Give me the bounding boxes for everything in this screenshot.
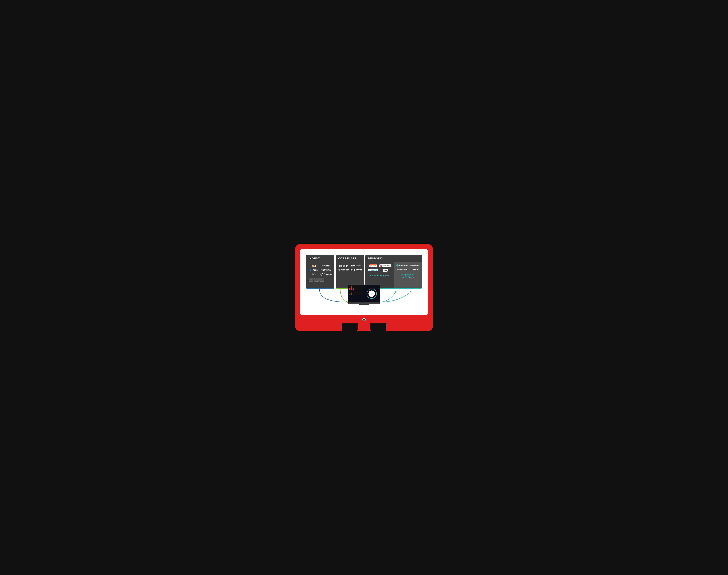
- ingest-header: INGEST: [306, 255, 335, 262]
- laptop-screen: ⚙: [348, 285, 380, 302]
- vul-icon-2: V: [314, 278, 319, 282]
- gear-icon: ⚙: [371, 292, 373, 295]
- respond-header: RESPOND: [365, 255, 422, 262]
- svg-point-4: [369, 270, 371, 271]
- vul-icons-row: ⊙ V ⊕: [309, 278, 332, 282]
- respond-right: Phantom DEMISTO servicenow: [394, 262, 422, 288]
- gigamon-logo: G Gigamon: [320, 273, 332, 276]
- laptop: ⚙: [348, 284, 380, 304]
- ibm-qradar-logo: IBM QRadar: [350, 264, 362, 267]
- laptop-container: ⚙: [348, 284, 380, 305]
- svg-rect-9: [411, 269, 412, 269]
- mini-chart-1: [349, 285, 364, 290]
- svg-rect-10: [411, 270, 412, 270]
- arrows-section: ⚙: [306, 288, 422, 310]
- monitor-camera: [362, 318, 366, 322]
- servicenow-logo: servicenow: [396, 268, 408, 271]
- screen-left-charts: [349, 285, 364, 302]
- correlate-body: splunk> IBM QRadar: [336, 262, 364, 288]
- stand-left: [342, 323, 357, 331]
- aws-logo: aws: [309, 264, 319, 267]
- ingest-panel: INGEST aws vmware®: [306, 255, 335, 289]
- azure-logo: Azure: [309, 269, 319, 271]
- diagram-container: INGEST aws vmware®: [306, 255, 422, 289]
- aws-respond-logo: aws: [379, 269, 391, 272]
- svg-marker-0: [310, 269, 312, 271]
- laptop-stand: [359, 304, 369, 305]
- stand-right: [371, 323, 386, 331]
- phantom-logo: Phantom: [396, 264, 408, 267]
- ixia-logo: ixia: [309, 273, 319, 276]
- mini-chart-2: [349, 291, 364, 295]
- vul-icon-3: ⊕: [319, 278, 324, 282]
- circle-inner: ⚙: [369, 291, 375, 297]
- monitor-screen: INGEST aws vmware®: [300, 249, 428, 315]
- correlate-panel: CORRELATE splunk> IBM QRadar: [336, 255, 364, 289]
- svg-marker-14: [410, 291, 412, 293]
- laptop-base: [348, 302, 380, 304]
- circle-graphic: ⚙: [367, 289, 377, 299]
- arcsight-logo: ArcSight: [338, 269, 349, 271]
- fully-automated-label: Fully Automated: [368, 274, 391, 277]
- laptop-screen-content: ⚙: [348, 285, 380, 302]
- logrhythm-logo: ::LogRhythm: [350, 269, 362, 271]
- monitor-camera-area: [300, 315, 428, 323]
- cisco-ise-logo: cisco ISE: [368, 269, 378, 271]
- respond-left: paloalto Check Point: [365, 262, 394, 288]
- monitor-stand-area: [300, 323, 428, 331]
- anomali-logo: ANOMALI: [320, 269, 332, 271]
- respond-panel-wrapper: RESPOND paloalto: [365, 255, 422, 289]
- slack-logo: slack: [409, 268, 419, 271]
- vul-icon-1: ⊙: [309, 278, 313, 282]
- paloalto-logo: paloalto: [368, 264, 378, 267]
- augmented-workflows-label: Augmented Workflows: [396, 273, 419, 279]
- correlate-header: CORRELATE: [336, 255, 364, 262]
- ingest-body: aws vmware® Azure: [306, 262, 335, 288]
- splunk-logo: splunk>: [338, 264, 349, 267]
- demisto-logo: DEMISTO: [409, 264, 419, 267]
- vmware-logo: vmware®: [320, 264, 332, 267]
- svg-text:G: G: [321, 274, 322, 275]
- checkpoint-logo: Check Point: [379, 264, 391, 267]
- monitor-outer: INGEST aws vmware®: [295, 244, 433, 331]
- screen-right-circle: ⚙: [364, 285, 379, 302]
- svg-point-6: [397, 265, 398, 266]
